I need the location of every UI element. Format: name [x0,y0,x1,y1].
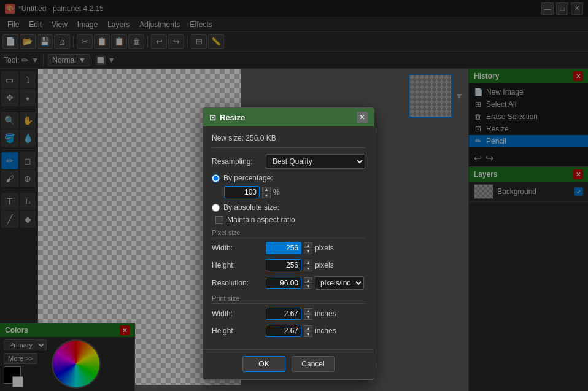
pixel-width-input[interactable] [266,242,301,254]
by-percentage-radio[interactable] [212,174,220,182]
print-height-down[interactable]: ▼ [304,331,312,337]
percentage-up-button[interactable]: ▲ [262,187,271,192]
percentage-input-row: ▲ ▼ % [224,186,365,198]
percentage-unit: % [273,188,280,196]
pixel-width-up[interactable]: ▲ [304,242,312,248]
percentage-spinner: ▲ ▼ [262,187,271,198]
print-width-input-row: ▲ ▼ inches [266,308,336,320]
cancel-button[interactable]: Cancel [292,356,335,372]
pixel-height-up[interactable]: ▲ [304,260,312,265]
dialog-icon: ⊡ [209,113,216,122]
resampling-label: Resampling: [212,157,261,166]
dialog-title: ⊡ Resize [209,113,245,122]
pixel-height-down[interactable]: ▼ [304,266,312,271]
dialog-body: New size: 256.0 KB Resampling: Best Qual… [203,126,374,349]
pixel-size-section: Pixel size [212,229,365,238]
resize-dialog: ⊡ Resize ✕ New size: 256.0 KB Resampling… [203,107,374,380]
print-height-row: Height: ▲ ▼ inches [212,325,365,337]
dialog-footer: OK Cancel [203,349,374,379]
resampling-row: Resampling: Best Quality Bilinear Bicubi… [212,154,365,169]
by-absolute-radio[interactable] [212,204,220,212]
resolution-unit-dropdown[interactable]: pixels/inch pixels/cm [315,276,364,290]
percentage-down-button[interactable]: ▼ [262,193,271,198]
pixel-width-input-row: ▲ ▼ pixels [266,242,334,254]
by-absolute-radio-row: By absolute size: [212,203,365,212]
maintain-aspect-row: Maintain aspect ratio [215,215,365,224]
print-height-up[interactable]: ▲ [304,325,312,331]
pixel-height-unit: pixels [315,261,334,269]
by-percentage-radio-row: By percentage: [212,174,365,182]
print-width-label: Width: [212,309,261,318]
dialog-overlay: ⊡ Resize ✕ New size: 256.0 KB Resampling… [0,0,588,391]
pixel-height-row: Height: ▲ ▼ pixels [212,259,365,271]
print-height-spinner: ▲ ▼ [304,325,312,337]
ok-button[interactable]: OK [242,356,285,372]
pixel-height-input[interactable] [266,259,301,271]
resampling-dropdown[interactable]: Best Quality Bilinear Bicubic Nearest Ne… [266,154,365,169]
pixel-height-input-row: ▲ ▼ pixels [266,259,334,271]
by-percentage-label: By percentage: [223,174,273,182]
pixel-width-row: Width: ▲ ▼ pixels [212,242,365,254]
print-width-unit: inches [315,309,336,318]
resolution-input[interactable] [266,277,301,289]
print-width-up[interactable]: ▲ [304,308,312,314]
print-width-input[interactable] [266,308,301,320]
resolution-row: Resolution: ▲ ▼ pixels/inch pixels/cm [212,276,365,290]
print-height-unit: inches [315,327,336,335]
pixel-height-spinner: ▲ ▼ [304,260,312,271]
resolution-label: Resolution: [212,279,261,287]
percentage-input[interactable] [224,186,260,198]
maintain-aspect-checkbox[interactable] [215,216,223,224]
print-width-row: Width: ▲ ▼ inches [212,308,365,320]
dialog-title-text: Resize [220,113,245,122]
print-height-label: Height: [212,327,261,335]
print-size-section: Print size [212,295,365,304]
resolution-spinner: ▲ ▼ [304,277,312,289]
new-size-info: New size: 256.0 KB [212,134,365,148]
maintain-aspect-label: Maintain aspect ratio [227,215,295,224]
print-width-down[interactable]: ▼ [304,314,312,320]
resolution-up[interactable]: ▲ [304,277,312,283]
pixel-width-down[interactable]: ▼ [304,249,312,254]
pixel-width-unit: pixels [315,244,334,252]
resolution-input-row: ▲ ▼ pixels/inch pixels/cm [266,276,364,290]
pixel-width-label: Width: [212,244,261,252]
pixel-height-label: Height: [212,261,261,269]
pixel-width-spinner: ▲ ▼ [304,242,312,254]
print-height-input[interactable] [266,325,301,337]
print-height-input-row: ▲ ▼ inches [266,325,336,337]
dialog-title-bar: ⊡ Resize ✕ [203,108,374,126]
resolution-down[interactable]: ▼ [304,284,312,289]
print-width-spinner: ▲ ▼ [304,308,312,320]
dialog-close-button[interactable]: ✕ [357,112,368,123]
by-absolute-label: By absolute size: [223,203,279,212]
